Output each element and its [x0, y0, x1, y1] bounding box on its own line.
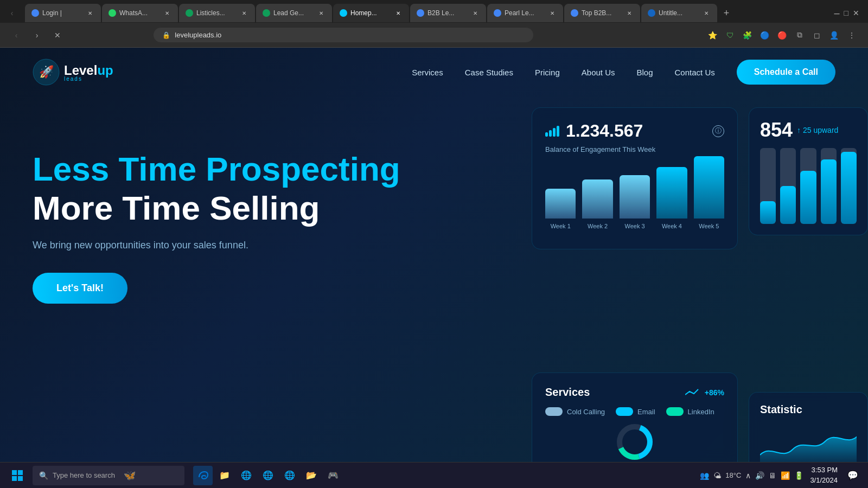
tab-untitled[interactable]: Untitle... ✕: [641, 4, 717, 22]
tab-close[interactable]: ✕: [625, 9, 634, 17]
bookmark-icon[interactable]: ⭐: [705, 28, 720, 43]
nav-about[interactable]: About Us: [582, 68, 615, 77]
tab-b2b[interactable]: B2B Le... ✕: [410, 4, 486, 22]
profile-icon[interactable]: 👤: [827, 28, 842, 43]
display-icon[interactable]: 🖥: [769, 471, 776, 480]
logo-icon: 🚀: [33, 59, 60, 86]
toggle-linkedin: LinkedIn: [666, 407, 714, 416]
tab-close[interactable]: ✕: [163, 9, 171, 17]
info-icon[interactable]: ⓘ: [712, 125, 724, 137]
system-icons: 👥 🌤 18°C ∧ 🔊 🖥 📶 🔋: [700, 471, 803, 480]
tab-close[interactable]: ✕: [86, 9, 94, 17]
edge-icon: [197, 470, 209, 481]
sidebar-toggle[interactable]: ◻: [809, 28, 825, 43]
tab-login[interactable]: Login | ✕: [25, 4, 101, 22]
menu-button[interactable]: ⋮: [844, 28, 859, 43]
tab-leadge[interactable]: Lead Ge... ✕: [256, 4, 332, 22]
close-button[interactable]: ✕: [853, 9, 859, 17]
stat-bar-inner3: [800, 171, 816, 224]
taskbar-app-folder[interactable]: 📂: [302, 466, 321, 485]
volume-icon[interactable]: 🔊: [755, 471, 764, 480]
taskbar-edge[interactable]: [193, 466, 213, 485]
tab-close[interactable]: ✕: [240, 9, 248, 17]
stat-card: 854 ↑ 25 upward: [749, 107, 868, 235]
tab-topb2b[interactable]: Top B2B... ✕: [564, 4, 640, 22]
svg-rect-8: [18, 476, 23, 481]
reload-button[interactable]: ✕: [50, 28, 65, 43]
engagement-subtitle: Balance of Engagement This Week: [545, 145, 724, 153]
maximize-button[interactable]: □: [844, 9, 848, 17]
toggle-email: Email: [616, 407, 655, 416]
toggle-email-switch[interactable]: [616, 407, 633, 416]
stat-bar-outer4: [821, 148, 837, 224]
toggle-cold-calling: Cold Calling: [545, 407, 605, 416]
clock-date: 3/1/2024: [810, 476, 838, 485]
forward-button[interactable]: ›: [29, 28, 44, 43]
tab-favicon: [263, 9, 270, 17]
tab-homepage[interactable]: Homep... ✕: [333, 4, 409, 22]
svg-text:🚀: 🚀: [39, 65, 54, 79]
extension-icon3[interactable]: 🔴: [775, 28, 790, 43]
tab-favicon: [31, 9, 39, 17]
tab-back-btn[interactable]: ‹: [4, 5, 20, 21]
toggle-linkedin-switch[interactable]: [666, 407, 684, 416]
clock[interactable]: 3:53 PM 3/1/2024: [810, 465, 838, 485]
tab-listicles[interactable]: Listicles... ✕: [179, 4, 255, 22]
weather-icon[interactable]: 🌤: [713, 471, 721, 480]
extension-icon1[interactable]: 🧩: [740, 28, 755, 43]
taskbar-explorer[interactable]: 📁: [215, 466, 234, 485]
week3-bar: Week 3: [620, 175, 650, 229]
up-arrow-icon[interactable]: ∧: [745, 471, 751, 480]
stat-bar5: [841, 148, 857, 224]
extensions-button[interactable]: ⧉: [792, 28, 807, 43]
logo[interactable]: 🚀 Levelup leads: [33, 59, 113, 86]
people-icon[interactable]: 👥: [700, 471, 709, 480]
trend-icon: [685, 388, 701, 397]
services-toggles: Cold Calling Email LinkedIn: [545, 407, 724, 416]
tab-close[interactable]: ✕: [548, 9, 557, 17]
taskbar-app-game[interactable]: 🎮: [323, 466, 343, 485]
schedule-call-button[interactable]: Schedule a Call: [737, 60, 835, 85]
minimize-button[interactable]: –: [834, 8, 840, 19]
stat-header: 854 ↑ 25 upward: [760, 119, 857, 142]
taskbar-chrome[interactable]: 🌐: [237, 466, 256, 485]
nav-links: Services Case Studies Pricing About Us B…: [412, 68, 715, 77]
tab-close[interactable]: ✕: [702, 9, 711, 17]
network-icon[interactable]: 📶: [781, 471, 790, 480]
tab-whatsapp[interactable]: WhatsA... ✕: [102, 4, 178, 22]
tab-bar: ‹ Login | ✕ WhatsA... ✕ Listicles... ✕ L…: [0, 0, 868, 23]
nav-blog[interactable]: Blog: [637, 68, 653, 77]
new-tab-button[interactable]: +: [718, 5, 735, 21]
taskbar-apps: 📁 🌐 🌐 🌐 📂 🎮: [193, 466, 343, 485]
tab-close[interactable]: ✕: [394, 9, 403, 17]
website-content: 🚀 Levelup leads Services Case Studies Pr…: [0, 48, 868, 488]
navbar: 🚀 Levelup leads Services Case Studies Pr…: [0, 48, 868, 97]
stat-bar-inner5: [841, 152, 857, 224]
url-bar[interactable]: 🔒 levelupleads.io: [154, 28, 533, 42]
taskbar-chrome2[interactable]: 🌐: [258, 466, 278, 485]
taskbar-chrome3[interactable]: 🌐: [280, 466, 299, 485]
nav-contact[interactable]: Contact Us: [675, 68, 715, 77]
tab-close[interactable]: ✕: [317, 9, 326, 17]
shield-icon[interactable]: 🛡: [723, 28, 738, 43]
clock-time: 3:53 PM: [810, 465, 838, 475]
nav-services[interactable]: Services: [412, 68, 443, 77]
stat-bar4: [821, 148, 837, 224]
tab-label: Listicles...: [196, 9, 237, 17]
stat-bar1: [760, 148, 776, 224]
bar-w2: [582, 179, 612, 219]
nav-case-studies[interactable]: Case Studies: [465, 68, 513, 77]
notification-button[interactable]: 💬: [844, 467, 861, 484]
toggle-cold-calling-switch[interactable]: [545, 407, 563, 416]
back-button[interactable]: ‹: [9, 28, 24, 43]
taskbar-search[interactable]: 🔍 Type here to search 🦋: [33, 466, 184, 485]
start-button[interactable]: [7, 465, 28, 486]
tab-label: Lead Ge...: [273, 9, 314, 17]
extension-icon2[interactable]: 🔵: [757, 28, 773, 43]
tab-pearl[interactable]: Pearl Le... ✕: [487, 4, 563, 22]
dashboard-area: 1.234.567 ⓘ Balance of Engagement This W…: [532, 97, 868, 488]
tab-close[interactable]: ✕: [471, 9, 480, 17]
battery-icon[interactable]: 🔋: [794, 471, 803, 480]
nav-pricing[interactable]: Pricing: [535, 68, 560, 77]
lets-talk-button[interactable]: Let's Talk!: [33, 273, 127, 304]
